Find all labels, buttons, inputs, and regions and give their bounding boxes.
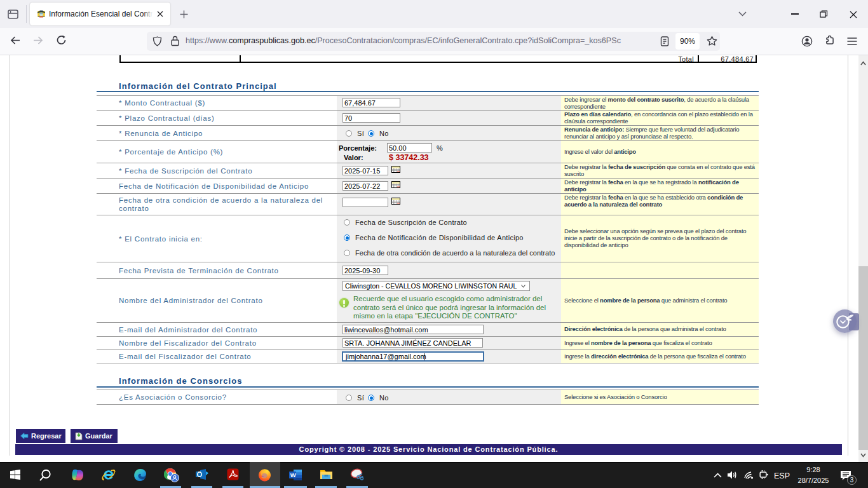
svg-text:W: W — [290, 471, 296, 478]
